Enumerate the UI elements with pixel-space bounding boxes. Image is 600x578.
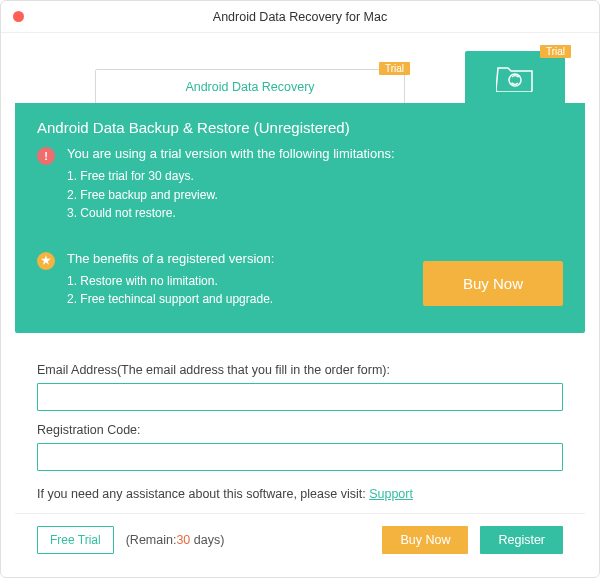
remain-days: 30 [176,533,190,547]
remain-suffix: days) [190,533,224,547]
benefits-head: The benefits of a registered version: [67,251,274,266]
code-label: Registration Code: [37,423,563,437]
window-title: Android Data Recovery for Mac [213,10,387,24]
support-link[interactable]: Support [369,487,413,501]
tab-label: Android Data Recovery [185,80,314,94]
list-item: 1. Free trial for 30 days. [67,167,395,186]
registration-code-field[interactable] [37,443,563,471]
limitations-list: 1. Free trial for 30 days. 2. Free backu… [67,167,395,223]
title-bar: Android Data Recovery for Mac [1,1,599,33]
support-prefix: If you need any assistance about this so… [37,487,369,501]
email-label: Email Address(The email address that you… [37,363,563,377]
buy-now-footer-button[interactable]: Buy Now [382,526,468,554]
trial-badge: Trial [379,62,410,75]
info-panel: Android Data Backup & Restore (Unregiste… [15,103,585,333]
folder-sync-icon [496,62,534,92]
free-trial-button[interactable]: Free Trial [37,526,114,554]
list-item: 2. Free backup and preview. [67,186,395,205]
panel-title: Android Data Backup & Restore (Unregiste… [37,119,563,136]
tab-data-recovery[interactable]: Android Data Recovery Trial [95,69,405,103]
trial-badge: Trial [540,45,571,58]
footer-bar: Free Trial (Remain:30 days) Buy Now Regi… [15,513,585,566]
close-icon[interactable] [13,11,24,22]
register-button[interactable]: Register [480,526,563,554]
buy-now-button[interactable]: Buy Now [423,261,563,306]
list-item: 1. Restore with no limitation. [67,272,274,291]
remain-text: (Remain:30 days) [126,533,225,547]
remain-prefix: (Remain: [126,533,177,547]
limitations-head: You are using a trial version with the f… [67,146,395,161]
support-text: If you need any assistance about this so… [37,487,563,501]
tab-backup-restore[interactable]: Trial [465,51,565,103]
registration-form: Email Address(The email address that you… [15,347,585,513]
warning-icon: ! [37,147,55,165]
star-icon: ★ [37,252,55,270]
limitations-block: ! You are using a trial version with the… [37,146,563,223]
list-item: 2. Free techincal support and upgrade. [67,290,274,309]
benefits-list: 1. Restore with no limitation. 2. Free t… [67,272,274,309]
tabs-row: Android Data Recovery Trial Trial [1,39,599,103]
list-item: 3. Could not restore. [67,204,395,223]
email-field[interactable] [37,383,563,411]
benefits-block: ★ The benefits of a registered version: … [37,251,274,309]
app-window: Android Data Recovery for Mac Android Da… [0,0,600,578]
